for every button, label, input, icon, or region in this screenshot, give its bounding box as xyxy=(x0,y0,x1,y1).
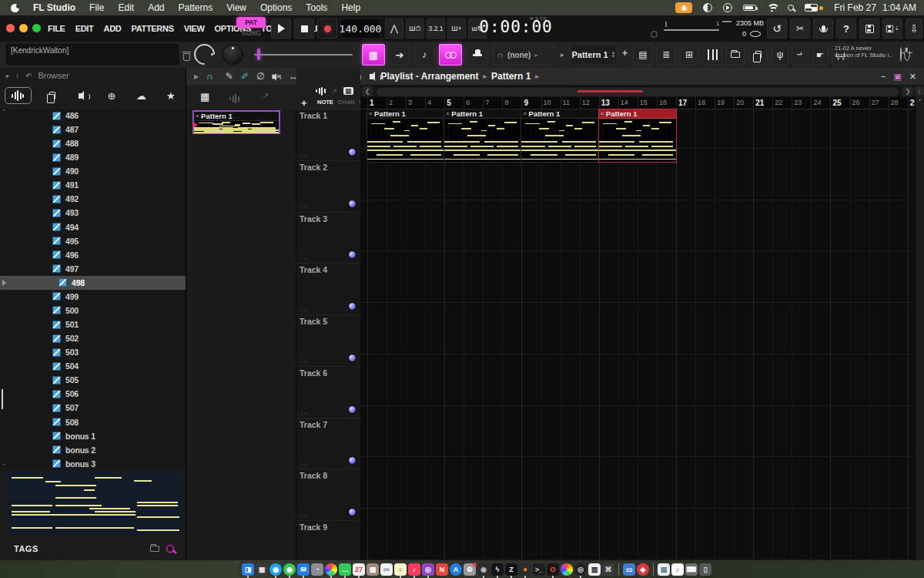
dock-app-icon-clock[interactable]: ◔ xyxy=(311,563,323,576)
track-mute-led[interactable] xyxy=(349,149,356,156)
browser-tab-waveform[interactable] xyxy=(5,87,32,104)
macos-menu-file[interactable]: File xyxy=(89,2,104,13)
track-options-dots[interactable]: ... xyxy=(301,253,310,260)
battery-icon[interactable] xyxy=(743,5,756,11)
step-edit-button[interactable]: ➔ xyxy=(390,44,410,66)
fl-menu-patterns[interactable]: PATTERNS xyxy=(131,24,173,33)
delete-tool-icon[interactable]: ∅ xyxy=(256,71,264,82)
browser-list-item[interactable]: 495 xyxy=(0,234,186,248)
dock-app-icon-fl-studio[interactable]: ● xyxy=(519,563,531,576)
status-half-circle-icon[interactable] xyxy=(703,3,712,12)
browser-back-icon[interactable]: ↶ xyxy=(25,72,32,80)
save-button[interactable] xyxy=(859,18,879,39)
browser-list-item[interactable]: 496 xyxy=(0,248,186,262)
browser-list-item[interactable]: 497 xyxy=(0,262,186,276)
dock-app-icon-books[interactable]: ▤ xyxy=(367,563,379,576)
browser-list-item[interactable]: 499 xyxy=(0,290,186,304)
midi-monitor-selector[interactable]: ∩ (none) ▸ xyxy=(493,44,554,66)
snap-magnet-icon[interactable]: ∩ xyxy=(206,71,213,82)
browser-tab-cloud[interactable]: ☁ xyxy=(126,90,156,102)
fl-menu-add[interactable]: ADD xyxy=(104,24,122,33)
macos-app-name[interactable]: FL Studio xyxy=(33,2,75,13)
clip-header[interactable]: ≡Pattern 1 xyxy=(367,109,444,119)
blend-recording-button[interactable]: Ш+ xyxy=(447,18,466,39)
browser-list-item[interactable]: 505 xyxy=(0,373,186,387)
window-close-button[interactable] xyxy=(6,24,15,32)
browser-tab-online[interactable]: ⊕ xyxy=(97,90,126,102)
playlist-maximize-button[interactable]: ▣ xyxy=(893,72,901,82)
scroll-lock-button[interactable]: | xyxy=(915,86,924,96)
macos-menu-tools[interactable]: Tools xyxy=(306,2,327,13)
main-volume-handle[interactable] xyxy=(665,22,667,27)
piano-roll-window-button[interactable]: ⊞ xyxy=(679,44,699,66)
update-notice[interactable]: 21-02 A newer version of FL Studio i.. xyxy=(835,45,906,59)
browser-tab-files[interactable] xyxy=(38,92,67,99)
mode-tab-note[interactable]: NOTE xyxy=(317,99,333,106)
news-globe-icon[interactable] xyxy=(900,47,902,62)
time-panel-button[interactable] xyxy=(651,31,658,38)
menubar-time[interactable]: 1:04 AM xyxy=(882,2,916,13)
scroll-right-button[interactable]: ❯ xyxy=(902,86,913,96)
v-scroll-up-icon[interactable]: ⌃ xyxy=(916,99,924,106)
dock-app-icon-messages[interactable]: … xyxy=(339,563,351,576)
picker-patterns-tab[interactable]: ▦ xyxy=(200,91,209,102)
metronome-button[interactable]: ⋀ xyxy=(385,18,403,39)
clip-header[interactable]: ≡Pattern 1 xyxy=(521,109,598,119)
dock-app-icon-trash[interactable]: ▯ xyxy=(699,563,711,576)
track-mute-led[interactable] xyxy=(349,200,356,207)
clip-header[interactable]: ≡Pattern 1 xyxy=(599,109,676,119)
countdown-button[interactable]: 3.2.1 xyxy=(427,18,445,39)
now-playing-icon[interactable] xyxy=(723,3,732,12)
browser-collapse-icon[interactable]: ▸ xyxy=(6,72,9,79)
browser-list-item[interactable]: 498 xyxy=(0,276,186,290)
browser-list-item[interactable]: 491 xyxy=(0,178,186,192)
breadcrumb-arrangement[interactable]: Playlist - Arrangement xyxy=(381,71,479,82)
typing-keyboard-button[interactable]: ▦ xyxy=(362,44,385,66)
dock-app-icon-display-app[interactable]: ▭ xyxy=(623,563,635,576)
menubar-date[interactable]: Fri Feb 27 xyxy=(834,2,876,13)
dock-app-icon-shortcuts[interactable]: ⌘ xyxy=(602,563,614,576)
play-button[interactable] xyxy=(271,18,291,39)
pattern-selector[interactable]: Pattern 1 ▲▼ xyxy=(570,44,618,66)
dock-app-icon-safari[interactable]: ◉ xyxy=(270,563,282,576)
touch-controller-button[interactable]: ☛ xyxy=(812,44,829,66)
link-button[interactable] xyxy=(439,44,462,66)
track-options-dots[interactable]: ... xyxy=(301,150,310,158)
playlist-v-scrollbar[interactable]: ⌃ xyxy=(915,97,924,560)
dock-app-icon-finder[interactable]: ◨ xyxy=(242,563,254,576)
export-button[interactable]: ⇩ xyxy=(906,18,922,39)
control-center-icon[interactable] xyxy=(805,4,816,12)
dock-app-icon-o-app[interactable]: O xyxy=(547,563,559,576)
preview-volume-slider[interactable] xyxy=(254,54,353,55)
macos-menu-patterns[interactable]: Patterns xyxy=(179,2,213,13)
track-mute-led[interactable] xyxy=(349,509,356,516)
dock-app-icon-piano-app[interactable]: ▥ xyxy=(588,563,601,576)
browser-list-item[interactable]: 490 xyxy=(0,164,186,178)
track-header[interactable]: Track 8... xyxy=(296,469,360,521)
tags-search-icon[interactable] xyxy=(166,545,174,553)
macos-menu-view[interactable]: View xyxy=(226,2,246,13)
track-header[interactable]: Track 1... xyxy=(296,109,360,161)
undo-button[interactable]: ↺ xyxy=(767,18,787,39)
dock-app-icon-terminal[interactable]: >_ xyxy=(533,563,545,576)
browser-scrollbar[interactable]: ⌃ ⌄ xyxy=(0,109,8,471)
time-display[interactable]: 0:00:00 xyxy=(474,18,558,39)
browser-list-item[interactable]: 501 xyxy=(0,318,186,331)
scroll-left-button[interactable]: ❮ xyxy=(362,86,373,96)
browser-list-item[interactable]: 508 xyxy=(0,415,186,429)
add-pattern-button[interactable]: + xyxy=(622,48,628,59)
browser-list-item[interactable]: 504 xyxy=(0,359,186,373)
hint-bar[interactable]: [KendrickWalton] xyxy=(6,44,179,65)
dock-app-icon-music-folder[interactable]: ♪ xyxy=(671,563,684,576)
track-mute-led[interactable] xyxy=(349,406,356,413)
dock-app-icon-app-store[interactable]: A xyxy=(450,563,462,576)
note-slide-button[interactable]: ♪ xyxy=(414,44,434,66)
pat-song-toggle[interactable]: PAT SONG xyxy=(236,17,267,40)
tags-folder-icon[interactable] xyxy=(150,546,159,552)
recording-knob[interactable] xyxy=(189,39,219,69)
track-mute-led[interactable] xyxy=(349,303,356,310)
dock-app-icon-color-app[interactable] xyxy=(561,563,573,576)
dock-app-icon-notes[interactable]: ≡ xyxy=(394,563,407,576)
step-sequencer-window-button[interactable]: ≣ xyxy=(656,44,676,66)
macos-menu-options[interactable]: Options xyxy=(260,2,292,13)
